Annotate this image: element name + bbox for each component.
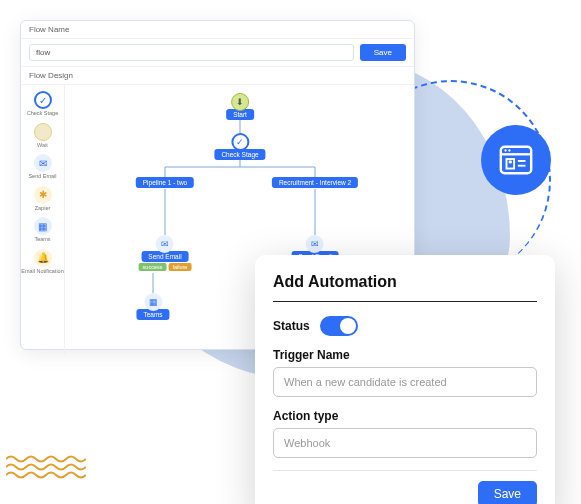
status-toggle[interactable] (320, 316, 358, 336)
status-label: Status (273, 319, 310, 333)
node-start[interactable]: ⬇Start (226, 93, 254, 120)
node-pipeline[interactable]: Pipeline 1 - two (136, 177, 194, 188)
action-type-input[interactable] (273, 428, 537, 458)
teams-icon: ▦ (144, 293, 162, 311)
bell-icon: 🔔 (34, 249, 52, 267)
app-icon-badge (481, 125, 551, 195)
check-stage-icon: ✓ (34, 91, 52, 109)
tool-teams[interactable]: ▦Teams (21, 217, 64, 243)
node-teams[interactable]: ▦Teams (136, 293, 169, 320)
node-send-email-left[interactable]: ✉Send Emailsuccessfailure (139, 235, 192, 271)
flow-design-label: Flow Design (21, 67, 414, 85)
flow-name-input[interactable] (29, 44, 354, 61)
browser-user-icon (497, 141, 535, 179)
check-icon: ✓ (231, 133, 249, 151)
automation-title: Add Automation (273, 273, 537, 302)
svg-point-5 (509, 160, 512, 163)
trigger-name-label: Trigger Name (273, 348, 537, 362)
mail-icon: ✉ (34, 154, 52, 172)
tool-wait[interactable]: Wait (21, 123, 64, 149)
zapier-icon: ✱ (34, 186, 52, 204)
tool-send-email[interactable]: ✉Send Email (21, 154, 64, 180)
start-icon: ⬇ (231, 93, 249, 111)
flow-save-button[interactable]: Save (360, 44, 406, 61)
svg-point-2 (504, 149, 506, 151)
automation-save-button[interactable]: Save (478, 481, 537, 504)
node-check-stage[interactable]: ✓Check Stage (214, 133, 265, 160)
flow-toolbox: ✓Check Stage Wait ✉Send Email ✱Zapier ▦T… (21, 85, 65, 355)
trigger-name-input[interactable] (273, 367, 537, 397)
svg-point-3 (508, 149, 510, 151)
tool-check-stage[interactable]: ✓Check Stage (21, 91, 64, 117)
decorative-waves (6, 454, 86, 484)
add-automation-panel: Add Automation Status Trigger Name Actio… (255, 255, 555, 504)
node-recruitment[interactable]: Recruitment - Interview 2 (272, 177, 358, 188)
flow-name-label: Flow Name (21, 21, 414, 39)
teams-icon: ▦ (34, 217, 52, 235)
tool-zapier[interactable]: ✱Zapier (21, 186, 64, 212)
tool-email-notification[interactable]: 🔔Email Notification (21, 249, 64, 275)
action-type-label: Action type (273, 409, 537, 423)
wait-icon (34, 123, 52, 141)
